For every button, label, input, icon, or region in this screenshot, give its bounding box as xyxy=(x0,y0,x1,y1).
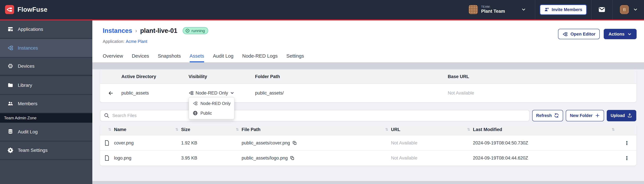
sort-icon[interactable]: ⇅ xyxy=(176,127,178,132)
sidebar-item-team-settings[interactable]: Team Settings xyxy=(0,141,92,160)
instance-tabs: Overview Devices Snapshots Assets Audit … xyxy=(103,53,304,62)
files-table: ⇅ Name⇅ Size⇅ File Path⇅ URL⇅ Last Modif… xyxy=(100,124,636,166)
file-size: 1.92 KB xyxy=(181,140,242,145)
active-directory-card: Active Directory Visibility Folder Path … xyxy=(100,69,636,102)
table-row[interactable]: cover.png 1.92 KB public_assets/cover.pn… xyxy=(100,135,636,151)
sidebar-item-library[interactable]: Library xyxy=(0,76,92,95)
user-plus-icon xyxy=(544,7,549,12)
sidebar-item-label: Members xyxy=(18,101,38,106)
actions-label: Actions xyxy=(608,31,624,36)
tab-assets[interactable]: Assets xyxy=(190,53,204,62)
new-folder-label: New Folder xyxy=(570,113,593,118)
play-circle-icon xyxy=(185,28,190,33)
column-last-modified: Last Modified xyxy=(473,127,502,132)
main-area: Instances › plant-live-01 running Applic… xyxy=(92,20,644,184)
upload-button[interactable]: Upload xyxy=(606,110,636,121)
sidebar-item-label: Instances xyxy=(18,45,38,51)
invite-wrap: Invite Members xyxy=(535,0,591,19)
kebab-menu-icon[interactable]: ⋮ xyxy=(624,140,630,145)
sort-icon[interactable]: ⇅ xyxy=(467,127,470,132)
sidebar-item-devices[interactable]: Devices xyxy=(0,57,92,76)
refresh-button[interactable]: Refresh xyxy=(532,110,563,121)
sort-icon[interactable]: ⇅ xyxy=(612,127,614,132)
sidebar: Applications Instances Devices xyxy=(0,20,92,184)
chevron-down-icon xyxy=(521,7,526,12)
tab-node-red-logs[interactable]: Node-RED Logs xyxy=(242,53,278,62)
files-toolbar: Refresh New Folder Upload xyxy=(100,110,636,121)
sidebar-item-audit-log[interactable]: Audit Log xyxy=(0,123,92,141)
plus-icon xyxy=(595,113,600,118)
column-active-directory: Active Directory xyxy=(122,74,188,79)
node-red-flow-icon xyxy=(188,90,194,96)
user-avatar: fl xyxy=(620,5,629,14)
directory-row: public_assets Node-RED Only public_asset… xyxy=(100,84,636,102)
folder-path-value: public_assets/ xyxy=(255,90,448,96)
files-header-row: ⇅ Name⇅ Size⇅ File Path⇅ URL⇅ Last Modif… xyxy=(100,124,636,135)
visibility-value: Node-RED Only xyxy=(196,90,228,96)
actions-button[interactable]: Actions xyxy=(604,29,636,39)
tab-settings[interactable]: Settings xyxy=(286,53,304,62)
breadcrumb-instances-link[interactable]: Instances xyxy=(103,27,132,34)
mail-icon xyxy=(598,6,606,13)
copy-icon[interactable] xyxy=(292,141,297,145)
team-avatar xyxy=(469,5,478,14)
chevron-down-icon xyxy=(633,7,638,12)
team-admin-zone-header: Team Admin Zone xyxy=(0,113,92,123)
instances-icon xyxy=(8,45,14,51)
invite-members-button[interactable]: Invite Members xyxy=(540,4,587,15)
node-red-flow-icon xyxy=(192,101,198,106)
tab-devices[interactable]: Devices xyxy=(132,53,149,62)
application-row: Application:Acme Plant xyxy=(103,39,147,44)
tab-audit-log[interactable]: Audit Log xyxy=(213,53,234,62)
open-editor-button[interactable]: Open Editor xyxy=(558,29,600,39)
kebab-menu-icon[interactable]: ⋮ xyxy=(624,156,630,161)
visibility-dropdown-trigger[interactable]: Node-RED Only xyxy=(188,90,255,96)
app-window: FlowFuse TEAM: Plant Team xyxy=(0,0,644,184)
sort-icon[interactable]: ⇅ xyxy=(385,127,388,132)
table-row[interactable]: logo.png 3.95 KB public_assets/logo.png … xyxy=(100,151,636,166)
navbar-right: TEAM: Plant Team Invite Members xyxy=(464,0,644,19)
sort-icon[interactable]: ⇅ xyxy=(236,127,238,132)
file-size: 3.95 KB xyxy=(181,156,242,161)
header-buttons: Open Editor Actions xyxy=(558,29,636,39)
status-badge: running xyxy=(183,27,208,34)
team-meta: TEAM: Plant Team xyxy=(481,5,505,14)
node-red-flow-icon xyxy=(562,31,568,37)
base-url-value: Not Available xyxy=(448,90,636,96)
team-selector[interactable]: TEAM: Plant Team xyxy=(464,0,535,19)
search-icon xyxy=(104,112,109,118)
application-link[interactable]: Acme Plant xyxy=(126,39,147,44)
file-path: public_assets/logo.png xyxy=(242,156,288,161)
user-menu[interactable]: fl xyxy=(612,0,644,19)
menu-item-node-red-only[interactable]: Node-RED Only xyxy=(189,99,234,108)
upload-icon xyxy=(627,113,632,118)
sidebar-item-label: Devices xyxy=(18,63,34,69)
page-title: plant-live-01 xyxy=(140,27,178,34)
upload-label: Upload xyxy=(610,113,625,118)
file-name: logo.png xyxy=(114,156,181,161)
tab-snapshots[interactable]: Snapshots xyxy=(158,53,181,62)
sidebar-item-instances[interactable]: Instances xyxy=(0,39,92,57)
new-folder-button[interactable]: New Folder xyxy=(566,110,604,121)
folder-icon xyxy=(8,82,14,88)
sidebar-item-applications[interactable]: Applications xyxy=(0,20,92,39)
invite-members-label: Invite Members xyxy=(552,7,582,12)
sidebar-item-label: Applications xyxy=(18,27,43,32)
back-button[interactable] xyxy=(100,90,122,96)
copy-icon[interactable] xyxy=(290,156,294,160)
status-badge-label: running xyxy=(192,28,205,33)
notifications-button[interactable] xyxy=(592,0,612,19)
sort-icon[interactable]: ⇅ xyxy=(108,127,111,132)
sidebar-item-members[interactable]: Members xyxy=(0,95,92,113)
arrow-left-icon xyxy=(108,90,114,96)
applications-icon xyxy=(8,26,14,32)
menu-item-public[interactable]: Public xyxy=(189,108,234,118)
chevron-down-icon xyxy=(627,32,632,36)
tab-overview[interactable]: Overview xyxy=(103,53,123,62)
chevron-down-icon xyxy=(230,91,234,95)
globe-icon xyxy=(192,111,198,116)
search-box xyxy=(100,110,529,121)
flowfuse-logo[interactable]: FlowFuse xyxy=(0,5,47,14)
refresh-label: Refresh xyxy=(536,113,552,118)
search-input[interactable] xyxy=(100,110,529,121)
